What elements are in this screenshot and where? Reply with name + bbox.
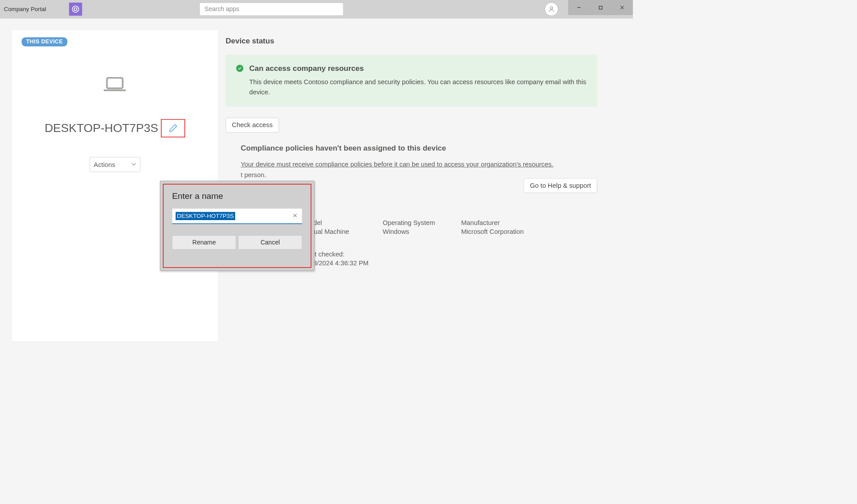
rename-input[interactable]: DESKTOP-HOT7P3S bbox=[172, 208, 302, 224]
dialog-title: Enter a name bbox=[172, 191, 302, 201]
manufacturer-value: Microsoft Corporation bbox=[461, 228, 539, 236]
actions-dropdown[interactable]: Actions bbox=[89, 157, 140, 172]
actions-label: Actions bbox=[94, 161, 115, 168]
clear-input-icon[interactable] bbox=[291, 213, 299, 220]
svg-point-0 bbox=[72, 6, 78, 12]
close-button[interactable] bbox=[611, 0, 633, 15]
model-value: Virtual Machine bbox=[304, 228, 383, 236]
cancel-button[interactable]: Cancel bbox=[238, 235, 302, 249]
app-logo-icon bbox=[69, 3, 82, 16]
svg-point-2 bbox=[550, 7, 552, 9]
maximize-button[interactable] bbox=[590, 0, 612, 15]
chevron-down-icon bbox=[132, 162, 136, 167]
compliance-desc: Your device must receive compliance poli… bbox=[241, 159, 597, 170]
svg-rect-7 bbox=[107, 78, 122, 89]
model-label: Model bbox=[304, 219, 383, 227]
svg-point-1 bbox=[74, 8, 77, 10]
check-circle-icon bbox=[236, 65, 243, 72]
rename-input-value: DESKTOP-HOT7P3S bbox=[176, 212, 235, 220]
user-avatar-button[interactable] bbox=[545, 2, 558, 16]
last-checked-label: Last checked: bbox=[304, 251, 383, 258]
device-name: DESKTOP-HOT7P3S bbox=[45, 121, 159, 135]
os-label: Operating System bbox=[383, 219, 461, 227]
minimize-button[interactable] bbox=[568, 0, 590, 15]
help-support-button[interactable]: Go to Help & support bbox=[524, 178, 597, 193]
laptop-icon bbox=[22, 76, 208, 93]
rename-dialog: Enter a name DESKTOP-HOT7P3S Rename Canc… bbox=[160, 181, 314, 271]
status-banner-title: Can access company resources bbox=[249, 64, 587, 73]
check-access-button[interactable]: Check access bbox=[226, 118, 279, 132]
rename-button[interactable]: Rename bbox=[172, 235, 236, 249]
status-banner: Can access company resources This device… bbox=[226, 54, 597, 106]
this-device-badge: THIS DEVICE bbox=[22, 37, 68, 47]
search-input[interactable] bbox=[199, 3, 343, 16]
last-checked-value: 10/8/2024 4:36:32 PM bbox=[304, 260, 383, 267]
manufacturer-label: Manufacturer bbox=[461, 219, 539, 227]
os-value: Windows bbox=[383, 228, 461, 236]
device-status-heading: Device status bbox=[226, 37, 609, 46]
title-bar: Company Portal bbox=[0, 0, 633, 18]
edit-name-button[interactable] bbox=[161, 119, 185, 137]
app-title: Company Portal bbox=[0, 6, 46, 13]
svg-rect-4 bbox=[599, 6, 602, 9]
status-banner-desc: This device meets Contoso compliance and… bbox=[249, 77, 587, 97]
compliance-title: Compliance policies haven't been assigne… bbox=[241, 143, 597, 152]
window-controls bbox=[568, 0, 633, 15]
